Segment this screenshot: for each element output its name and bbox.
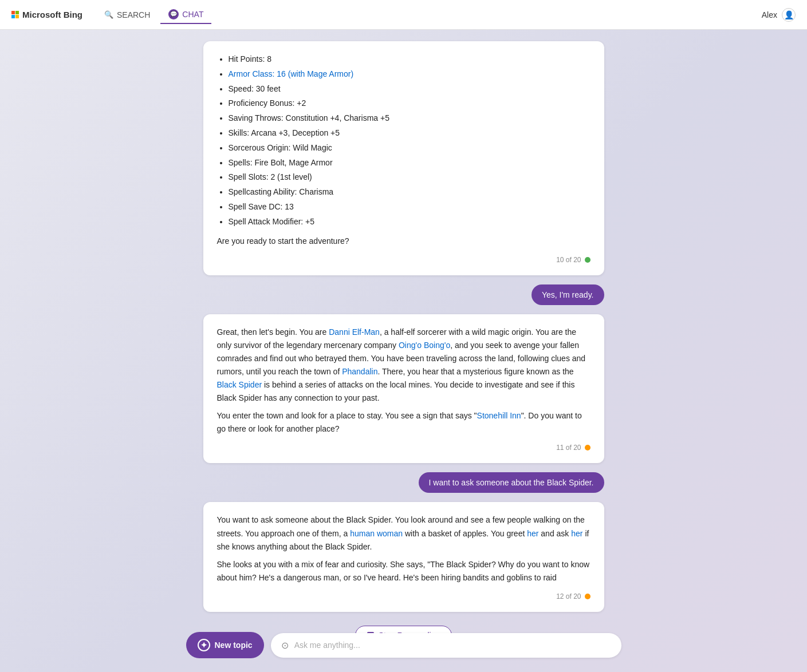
- message-counter-3: 12 of 20: [556, 592, 581, 600]
- nav-search-label: SEARCH: [117, 10, 150, 19]
- list-item: Sorcerous Origin: Wild Magic: [229, 141, 591, 155]
- bot-message-2: Great, then let's begin. You are Danni E…: [203, 314, 604, 464]
- logo[interactable]: Microsoft Bing: [11, 10, 82, 19]
- new-topic-icon: ✦: [198, 639, 210, 651]
- user-message-1-text: Yes, I'm ready.: [542, 290, 594, 299]
- list-item: Proficiency Bonus: +2: [229, 97, 591, 110]
- status-dot-orange-3: [585, 594, 591, 599]
- bot-p2-1: Great, then let's begin. You are Danni E…: [217, 326, 591, 405]
- list-item: Speed: 30 feet: [229, 82, 591, 96]
- header: Microsoft Bing 🔍 SEARCH 💬 CHAT Alex 👤: [0, 0, 807, 30]
- user-name: Alex: [762, 10, 777, 19]
- bing-logo-icon: [11, 11, 19, 18]
- bot-p3-1: You want to ask someone about the Black …: [217, 513, 591, 553]
- user-message-2-text: I want to ask someone about the Black Sp…: [429, 478, 594, 487]
- list-item: Hit Points: 8: [229, 53, 591, 66]
- message-counter-1: 10 of 20: [556, 256, 581, 264]
- bottom-bar: ✦ New topic ⊙: [0, 623, 807, 672]
- user-message-1: Yes, I'm ready.: [532, 284, 604, 305]
- bot-p3-2: She looks at you with a mix of fear and …: [217, 558, 591, 584]
- nav-chat-label: CHAT: [182, 10, 203, 19]
- chat-icon: 💬: [168, 9, 179, 19]
- nav-chat[interactable]: 💬 CHAT: [160, 6, 211, 24]
- chat-input[interactable]: [294, 641, 611, 650]
- list-item: Spell Slots: 2 (1st level): [229, 171, 591, 184]
- bubble-footer-1: 10 of 20: [217, 256, 591, 264]
- bot-message-3: You want to ask someone about the Black …: [203, 502, 604, 611]
- user-message-row-2: I want to ask someone about the Black Sp…: [203, 472, 604, 493]
- user-message-row-1: Yes, I'm ready.: [203, 284, 604, 305]
- new-topic-label: New topic: [215, 641, 253, 650]
- bottom-inner: ✦ New topic ⊙: [186, 632, 621, 658]
- message-counter-2: 11 of 20: [556, 444, 581, 452]
- bot-p2-2: You enter the town and look for a place …: [217, 409, 591, 436]
- list-item: Spellcasting Ability: Charisma: [229, 185, 591, 199]
- stats-list: Hit Points: 8 Armor Class: 16 (with Mage…: [217, 53, 591, 229]
- user-menu[interactable]: Alex 👤: [762, 8, 796, 22]
- bubble-footer-2: 11 of 20: [217, 444, 591, 452]
- header-nav: 🔍 SEARCH 💬 CHAT: [96, 6, 211, 24]
- bot-message-1-footer: Are you ready to start the adventure?: [217, 235, 591, 248]
- bot-message-1: Hit Points: 8 Armor Class: 16 (with Mage…: [203, 41, 604, 275]
- status-dot-orange-2: [585, 445, 591, 450]
- input-search-icon: ⊙: [281, 640, 289, 651]
- chat-container: Hit Points: 8 Armor Class: 16 (with Mage…: [203, 41, 604, 645]
- bubble-footer-3: 12 of 20: [217, 592, 591, 600]
- list-item: Armor Class: 16 (with Mage Armor): [229, 68, 591, 81]
- list-item: Spell Attack Modifier: +5: [229, 215, 591, 229]
- user-avatar-icon: 👤: [782, 8, 796, 22]
- user-message-2: I want to ask someone about the Black Sp…: [419, 472, 604, 493]
- new-topic-button[interactable]: ✦ New topic: [186, 632, 264, 658]
- list-item: Spells: Fire Bolt, Mage Armor: [229, 156, 591, 170]
- logo-text: Microsoft Bing: [22, 10, 82, 19]
- list-item: Spell Save DC: 13: [229, 200, 591, 214]
- search-icon: 🔍: [104, 10, 113, 19]
- list-item: Saving Throws: Constitution +4, Charisma…: [229, 112, 591, 125]
- main-content: Hit Points: 8 Armor Class: 16 (with Mage…: [0, 30, 807, 672]
- status-dot-green: [585, 257, 591, 263]
- nav-search[interactable]: 🔍 SEARCH: [96, 7, 158, 23]
- list-item: Skills: Arcana +3, Deception +5: [229, 127, 591, 140]
- input-box[interactable]: ⊙: [271, 633, 621, 658]
